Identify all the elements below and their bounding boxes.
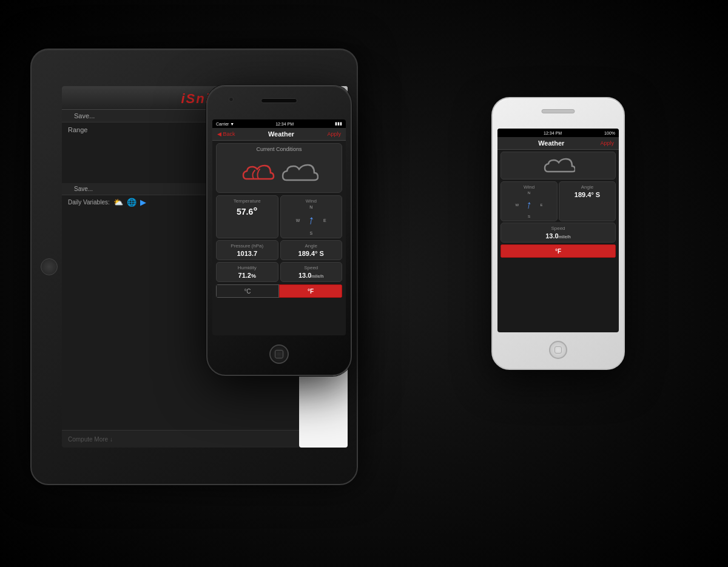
white-cloud-icon [542, 155, 575, 176]
angle-cell: Angle 189.4° S [280, 240, 343, 260]
temperature-value: 57.6° [219, 205, 275, 218]
white-home-button[interactable] [549, 341, 567, 359]
white-wind-title: Wind [504, 184, 554, 190]
compute-label[interactable]: Compute More ↓ [68, 436, 113, 443]
speed-cell: Speed 13.0mile/h [280, 262, 343, 282]
temperature-cell-title: Temperature [219, 198, 275, 204]
wind-cell-title: Wind [283, 198, 340, 204]
white-speed-value: 13.0mile/h [504, 232, 613, 240]
speaker [261, 98, 297, 103]
humidity-value: 71.2% [219, 272, 275, 279]
white-angle-cell: Angle 189.4° S [559, 181, 616, 221]
carrier-label: Carrier ▼ [216, 122, 234, 126]
home-button-inner [275, 350, 283, 358]
screen-title: Weather [268, 130, 294, 138]
white-speed-cell: Speed 13.0mile/h [500, 223, 616, 243]
compass-e: E [323, 218, 326, 223]
nav-bar: ◀ Back Weather Apply [212, 128, 346, 141]
save-button[interactable]: Save... [74, 112, 95, 119]
speed-value: 13.0mile/h [283, 272, 340, 279]
white-compass-e: E [540, 203, 542, 207]
white-compass-s: S [528, 215, 530, 218]
apply-button[interactable]: Apply [327, 131, 341, 137]
cloud-red-icon [240, 161, 277, 184]
white-fahrenheit-button[interactable]: °F [500, 244, 616, 258]
pressure-value: 1013.7 [219, 250, 275, 257]
current-conditions-title: Current Conditions [219, 146, 339, 152]
temperature-cell: Temperature 57.6° [216, 195, 278, 238]
white-screen-title: Weather [538, 139, 564, 147]
compass-w: W [296, 218, 300, 223]
celsius-button[interactable]: °C [216, 284, 279, 298]
white-wind-arrow: ↑ [525, 198, 533, 211]
white-apply-button[interactable]: Apply [600, 140, 614, 146]
wind-compass: N S E W ↑ [296, 205, 326, 235]
white-speaker [542, 109, 575, 113]
weather-clouds [219, 155, 339, 190]
wind-cell: Wind N S E W ↑ [280, 195, 343, 238]
phone-white: 12:34 PM 100% Weather Apply Wind N S E [491, 97, 625, 370]
home-button[interactable] [269, 344, 289, 364]
angle-cell-title: Angle [283, 243, 340, 249]
speed-cell-title: Speed [283, 265, 340, 270]
battery-indicator: ▮▮▮ [335, 121, 342, 126]
logo-i: i [181, 91, 186, 106]
globe-icon: 🌐 [127, 198, 136, 207]
white-wind-cell: Wind N S E W ↑ [500, 181, 558, 221]
white-angle-value: 189.4° S [562, 191, 613, 198]
pressure-cell: Pressure (hPa) 1013.7 [216, 240, 278, 260]
status-bar: Carrier ▼ 12:34 PM ▮▮▮ [212, 119, 346, 128]
current-conditions-card: Current Conditions [216, 143, 342, 193]
compass-s: S [309, 231, 312, 235]
daily-variables-label: Daily Variables: [68, 199, 110, 206]
white-compass-n: N [528, 191, 530, 195]
compass-n: N [309, 205, 312, 209]
fahrenheit-button[interactable]: °F [279, 284, 342, 298]
white-compass: N S E W ↑ [516, 191, 543, 218]
tablet-home-button[interactable] [41, 258, 58, 275]
white-status-bar: 12:34 PM 100% [497, 129, 619, 137]
white-weather-grid: Wind N S E W ↑ Angle 189.4° S Speed [500, 181, 616, 243]
white-speed-title: Speed [504, 226, 613, 231]
white-battery: 100% [604, 131, 615, 135]
white-time: 12:34 PM [544, 131, 562, 135]
humidity-cell-title: Humidity [219, 265, 275, 270]
weather-grid: Temperature 57.6° Wind N S E W ↑ [216, 195, 342, 282]
back-button[interactable]: ◀ Back [217, 131, 235, 137]
phone-white-screen: 12:34 PM 100% Weather Apply Wind N S E [497, 129, 619, 332]
front-camera [229, 97, 234, 102]
save-mid-button[interactable]: Save... [74, 186, 93, 192]
status-time: 12:34 PM [275, 122, 294, 126]
humidity-cell: Humidity 71.2% [216, 262, 278, 282]
white-conditions-card [500, 152, 616, 179]
phone-black-screen: Carrier ▼ 12:34 PM ▮▮▮ ◀ Back Weather Ap… [212, 119, 346, 335]
cloud-gray-icon [279, 159, 318, 185]
phone-black: Carrier ▼ 12:34 PM ▮▮▮ ◀ Back Weather Ap… [206, 85, 352, 376]
angle-value: 189.4° S [283, 250, 340, 257]
white-angle-title: Angle [562, 184, 613, 190]
pressure-cell-title: Pressure (hPa) [219, 243, 275, 249]
sync-icon: ▶ [140, 198, 146, 207]
weather-icon: ⛅ [113, 198, 123, 207]
white-home-inner [554, 346, 562, 354]
white-compass-w: W [516, 203, 519, 207]
white-temp-toggle: °F [500, 244, 616, 258]
temp-unit-toggle: °C °F [216, 284, 342, 298]
white-nav-bar: Weather Apply [497, 137, 619, 150]
